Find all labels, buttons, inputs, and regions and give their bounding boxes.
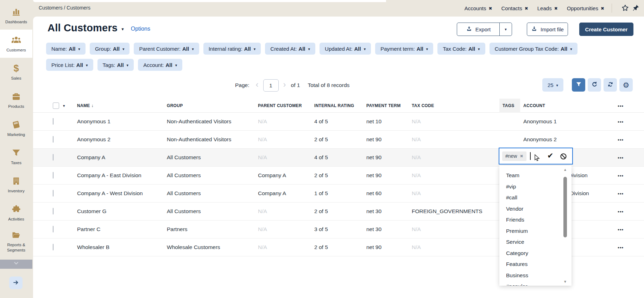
filter-payment-term[interactable]: Payment term: All▾ (375, 43, 433, 55)
filter-account[interactable]: Account: All▾ (138, 59, 182, 71)
refresh-button[interactable] (588, 78, 601, 92)
export-button[interactable]: Export (457, 23, 499, 36)
tag-suggestion-features[interactable]: Features (499, 259, 572, 270)
tab-opportunities[interactable]: Opportunities✖ (567, 5, 604, 11)
filter-tax-code[interactable]: Tax Code: All▾ (437, 43, 485, 55)
sidebar-item-taxes[interactable]: Taxes (0, 142, 32, 170)
title-caret-icon[interactable]: ▾ (121, 26, 124, 32)
filter-price-list[interactable]: Price List: All▾ (46, 59, 93, 71)
reset-sync-button[interactable] (604, 78, 617, 92)
row-checkbox[interactable] (53, 172, 53, 179)
col-header-name[interactable]: NAME↓ (74, 99, 164, 113)
col-header-internal-rating[interactable]: INTERNAL RATING (311, 99, 363, 113)
tag-inline-editor[interactable]: #new ✖ ✔ (499, 148, 573, 164)
tag-suggestion-call[interactable]: #call (499, 192, 572, 203)
row-more-icon[interactable]: ••• (618, 137, 624, 142)
page-input[interactable] (263, 79, 279, 92)
sidebar-item-dashboards[interactable]: Dashboards (0, 1, 32, 30)
tag-suggestion-business[interactable]: Business (499, 270, 572, 281)
row-more-icon[interactable]: ••• (618, 209, 624, 214)
confirm-tags-icon[interactable]: ✔ (547, 151, 554, 160)
row-checkbox[interactable] (53, 244, 53, 250)
filter-tags[interactable]: Tags: All▾ (97, 59, 134, 71)
pin-icon[interactable] (631, 4, 640, 12)
filter-parent-customer[interactable]: Parent Customer: All▾ (134, 43, 199, 55)
col-header-group[interactable]: GROUP (164, 99, 255, 113)
row-more-icon[interactable]: ••• (618, 227, 624, 232)
close-icon[interactable]: ✖ (554, 6, 558, 11)
filter-group[interactable]: Group: All▾ (90, 43, 130, 55)
header-more-icon[interactable]: ••• (618, 103, 624, 108)
row-checkbox[interactable] (53, 226, 53, 232)
sidebar-item-reports-segments[interactable]: Reports & Segments (0, 227, 32, 255)
next-page-icon[interactable]: › (283, 80, 286, 89)
row-checkbox[interactable] (53, 208, 53, 215)
sidebar-item-sales[interactable]: $Sales (0, 58, 32, 86)
select-menu-caret-icon[interactable]: ▾ (63, 104, 65, 108)
filter-created-at[interactable]: Created At: All▾ (265, 43, 315, 55)
tag-suggestion-vendor[interactable]: Vendor (499, 203, 572, 215)
tag-suggestion-friends[interactable]: Friends (499, 214, 572, 225)
close-icon[interactable]: ✖ (488, 6, 492, 11)
tab-label: Leads (537, 5, 552, 11)
col-header-account[interactable]: ACCOUNT (520, 99, 608, 113)
scroll-down-icon[interactable]: ▼ (563, 280, 567, 284)
filter-name: Tax Code: (443, 46, 467, 52)
remove-tag-icon[interactable]: ✖ (520, 154, 523, 159)
tag-suggestion-vip[interactable]: #vip (499, 181, 572, 192)
col-header-payment-term[interactable]: PAYMENT TERM (363, 99, 409, 113)
row-more-icon[interactable]: ••• (618, 155, 624, 160)
row-checkbox[interactable] (53, 154, 53, 161)
favorite-star-icon[interactable] (621, 4, 629, 12)
row-select-cell (33, 118, 74, 125)
options-link[interactable]: Options (131, 26, 150, 32)
export-dropdown-caret[interactable]: ▾ (499, 23, 512, 36)
filter-value: All (166, 62, 172, 68)
import-file-button[interactable]: Import file (527, 23, 568, 36)
sidebar-item-inventory[interactable]: Inventory (0, 170, 32, 199)
tag-suggestion-premium[interactable]: Premium (499, 225, 572, 237)
cell-name: Company A - East Division (74, 172, 164, 179)
tag-suggestion-service[interactable]: Service (499, 236, 572, 248)
close-icon[interactable]: ✖ (601, 6, 604, 11)
col-header-parent-customer[interactable]: PARENT CUSTOMER (255, 99, 311, 113)
create-customer-button[interactable]: Create Customer (579, 23, 633, 36)
row-more-icon[interactable]: ••• (618, 119, 624, 124)
sidebar-scroll-more[interactable] (0, 260, 32, 269)
row-checkbox[interactable] (53, 190, 53, 197)
tag-suggestion-popular[interactable]: #popular (499, 281, 572, 286)
cancel-tags-icon[interactable] (560, 153, 567, 160)
filter-value: All (117, 62, 124, 68)
tag-suggestion-team[interactable]: Team (499, 170, 572, 181)
row-more-icon[interactable]: ••• (618, 173, 624, 178)
col-header-tax-code[interactable]: TAX CODE (409, 99, 499, 113)
filter-internal-rating[interactable]: Internal rating: All▾ (203, 43, 261, 55)
filter-customer-group-tax-code[interactable]: Customer Group Tax Code: All▾ (490, 43, 577, 55)
tab-accounts[interactable]: Accounts✖ (465, 5, 492, 11)
filters-toggle-button[interactable] (572, 78, 585, 92)
sidebar-expand-button[interactable] (9, 277, 23, 289)
col-header-tags[interactable]: TAGS (499, 99, 520, 113)
sidebar-item-activities[interactable]: Activities (0, 199, 32, 227)
page-size-select[interactable]: 25▾ (542, 78, 563, 92)
sidebar-item-products[interactable]: Products (0, 86, 32, 114)
prev-page-icon[interactable]: ‹ (256, 80, 259, 89)
filter-updated-at[interactable]: Updated At: All▾ (320, 43, 371, 55)
grid-settings-button[interactable]: ⚙ (619, 78, 633, 92)
close-icon[interactable]: ✖ (525, 6, 528, 11)
filter-name[interactable]: Name: All▾ (46, 43, 86, 55)
tab-leads[interactable]: Leads✖ (537, 5, 558, 11)
dropdown-scrollbar[interactable]: ▲ ▼ (563, 168, 567, 284)
select-all-checkbox[interactable] (53, 103, 59, 109)
row-more-icon[interactable]: ••• (618, 245, 624, 250)
row-select-cell (33, 226, 74, 232)
tab-contacts[interactable]: Contacts✖ (501, 5, 528, 11)
sidebar-item-customers[interactable]: Customers (0, 30, 32, 58)
scroll-up-icon[interactable]: ▲ (563, 168, 567, 172)
scrollbar-thumb[interactable] (563, 177, 567, 237)
row-checkbox[interactable] (53, 136, 53, 143)
sidebar-item-marketing[interactable]: Marketing (0, 114, 32, 142)
row-more-icon[interactable]: ••• (618, 191, 624, 196)
tag-suggestion-category[interactable]: Category (499, 248, 572, 259)
row-checkbox[interactable] (53, 118, 53, 125)
